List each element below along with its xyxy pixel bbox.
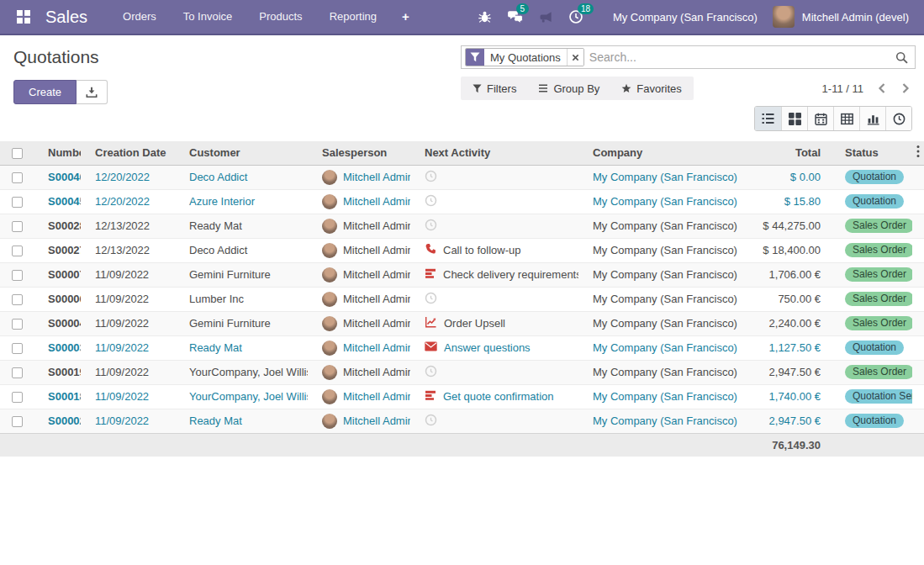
- activity-label[interactable]: Order Upsell: [444, 317, 505, 330]
- salesperson-link[interactable]: Mitchell Admin: [343, 341, 410, 354]
- company-link[interactable]: My Company (San Francisco): [578, 287, 747, 311]
- row-checkbox[interactable]: [12, 172, 23, 183]
- activity-label[interactable]: Check delivery requirements: [443, 268, 578, 281]
- column-header-next-activity[interactable]: Next Activity: [410, 141, 578, 165]
- salesperson-link[interactable]: Mitchell Admin: [343, 219, 410, 232]
- creation-date[interactable]: 12/13/2022: [81, 214, 175, 238]
- salesperson-link[interactable]: Mitchell Admin: [343, 317, 410, 330]
- view-pivot-button[interactable]: [833, 107, 859, 130]
- table-row[interactable]: S00002 11/09/2022 Ready Mat Mitchell Adm…: [0, 409, 924, 433]
- activity-label[interactable]: Answer questions: [444, 341, 531, 354]
- table-row[interactable]: S00007 11/09/2022 Gemini Furniture Mitch…: [0, 262, 924, 287]
- company-link[interactable]: My Company (San Francisco): [578, 311, 747, 335]
- creation-date[interactable]: 11/09/2022: [81, 262, 175, 287]
- salesperson-link[interactable]: Mitchell Admin: [343, 293, 410, 305]
- order-number[interactable]: S00004: [48, 317, 81, 330]
- table-row[interactable]: S00045 12/20/2022 Azure Interior Mitchel…: [0, 189, 924, 214]
- company-switcher[interactable]: My Company (San Francisco): [591, 11, 773, 24]
- creation-date[interactable]: 12/20/2022: [81, 165, 175, 189]
- view-calendar-button[interactable]: [807, 107, 833, 130]
- table-row[interactable]: S00027 12/13/2022 Deco Addict Mitchell A…: [0, 238, 924, 262]
- order-number[interactable]: S00003: [48, 341, 81, 354]
- order-number[interactable]: S00018: [48, 390, 81, 403]
- row-checkbox[interactable]: [12, 343, 23, 354]
- creation-date[interactable]: 11/09/2022: [81, 311, 175, 335]
- nav-item-more[interactable]: +: [390, 0, 421, 34]
- customer-link[interactable]: Deco Addict: [175, 165, 308, 189]
- order-number[interactable]: S00028: [48, 219, 81, 232]
- favorites-button[interactable]: Favorites: [621, 82, 681, 95]
- phone-icon[interactable]: [425, 243, 436, 257]
- customer-link[interactable]: Ready Mat: [175, 335, 308, 360]
- tasks-icon[interactable]: [425, 389, 436, 404]
- company-link[interactable]: My Company (San Francisco): [578, 238, 747, 262]
- table-row[interactable]: S00028 12/13/2022 Ready Mat Mitchell Adm…: [0, 214, 924, 238]
- app-brand[interactable]: Sales: [45, 8, 87, 27]
- clock-icon[interactable]: [425, 219, 437, 234]
- clock-icon[interactable]: [425, 414, 437, 429]
- search-input[interactable]: [589, 50, 895, 64]
- order-number[interactable]: S00002: [48, 415, 81, 427]
- salesperson-link[interactable]: Mitchell Admin: [343, 244, 410, 256]
- table-row[interactable]: S00003 11/09/2022 Ready Mat Mitchell Adm…: [0, 335, 924, 360]
- company-link[interactable]: My Company (San Francisco): [578, 262, 747, 287]
- customer-link[interactable]: Gemini Furniture: [175, 262, 308, 287]
- customer-link[interactable]: Azure Interior: [175, 189, 308, 214]
- nav-item-to-invoice[interactable]: To Invoice: [170, 0, 246, 34]
- user-menu[interactable]: Mitchell Admin (devel): [795, 11, 914, 24]
- order-number[interactable]: S00006: [48, 293, 81, 305]
- creation-date[interactable]: 11/09/2022: [81, 360, 175, 384]
- row-checkbox[interactable]: [12, 416, 23, 427]
- customer-link[interactable]: Gemini Furniture: [175, 311, 308, 335]
- table-row[interactable]: S00019 11/09/2022 YourCompany, Joel Will…: [0, 360, 924, 384]
- order-number[interactable]: S00046: [48, 171, 81, 183]
- table-row[interactable]: S00006 11/09/2022 Lumber Inc Mitchell Ad…: [0, 287, 924, 311]
- order-number[interactable]: S00007: [48, 268, 81, 281]
- company-link[interactable]: My Company (San Francisco): [578, 189, 747, 214]
- column-header-creation-date[interactable]: Creation Date: [81, 141, 175, 165]
- row-checkbox[interactable]: [12, 319, 23, 330]
- order-number[interactable]: S00045: [48, 195, 81, 208]
- customer-link[interactable]: Ready Mat: [175, 409, 308, 433]
- column-header-status[interactable]: Status: [831, 141, 912, 165]
- salesperson-link[interactable]: Mitchell Admin: [343, 415, 410, 427]
- envelope-icon[interactable]: [425, 341, 437, 354]
- creation-date[interactable]: 11/09/2022: [81, 384, 175, 409]
- row-checkbox[interactable]: [12, 367, 23, 378]
- announcements-button[interactable]: [531, 0, 561, 34]
- company-link[interactable]: My Company (San Francisco): [578, 214, 747, 238]
- salesperson-link[interactable]: Mitchell Admin: [343, 171, 410, 183]
- customer-link[interactable]: YourCompany, Joel Willis: [175, 384, 308, 409]
- upsell-chart-icon[interactable]: [425, 316, 437, 330]
- clock-icon[interactable]: [425, 194, 437, 209]
- row-checkbox[interactable]: [12, 221, 23, 232]
- table-row[interactable]: S00018 11/09/2022 YourCompany, Joel Will…: [0, 384, 924, 409]
- group-by-button[interactable]: Group By: [538, 82, 599, 95]
- filters-button[interactable]: Filters: [473, 82, 516, 95]
- column-header-customer[interactable]: Customer: [175, 141, 308, 165]
- tasks-icon[interactable]: [425, 267, 436, 282]
- view-activity-button[interactable]: [885, 107, 911, 130]
- company-link[interactable]: My Company (San Francisco): [578, 335, 747, 360]
- company-link[interactable]: My Company (San Francisco): [578, 409, 747, 433]
- nav-item-orders[interactable]: Orders: [109, 0, 170, 34]
- search-submit[interactable]: [895, 51, 908, 64]
- clock-icon[interactable]: [425, 170, 437, 185]
- create-button[interactable]: Create: [13, 80, 77, 104]
- company-link[interactable]: My Company (San Francisco): [578, 165, 747, 189]
- clock-icon[interactable]: [425, 292, 437, 307]
- row-checkbox[interactable]: [12, 270, 23, 281]
- view-graph-button[interactable]: [859, 107, 885, 130]
- customer-link[interactable]: YourCompany, Joel Willis: [175, 360, 308, 384]
- view-kanban-button[interactable]: [781, 107, 807, 130]
- row-checkbox[interactable]: [12, 294, 23, 305]
- creation-date[interactable]: 11/09/2022: [81, 335, 175, 360]
- company-link[interactable]: My Company (San Francisco): [578, 360, 747, 384]
- clock-icon[interactable]: [425, 365, 437, 380]
- company-link[interactable]: My Company (San Francisco): [578, 384, 747, 409]
- export-button[interactable]: [77, 80, 108, 104]
- select-all-checkbox[interactable]: [12, 148, 23, 159]
- pager-previous-button[interactable]: [875, 81, 888, 96]
- salesperson-link[interactable]: Mitchell Admin: [343, 268, 410, 281]
- customer-link[interactable]: Ready Mat: [175, 214, 308, 238]
